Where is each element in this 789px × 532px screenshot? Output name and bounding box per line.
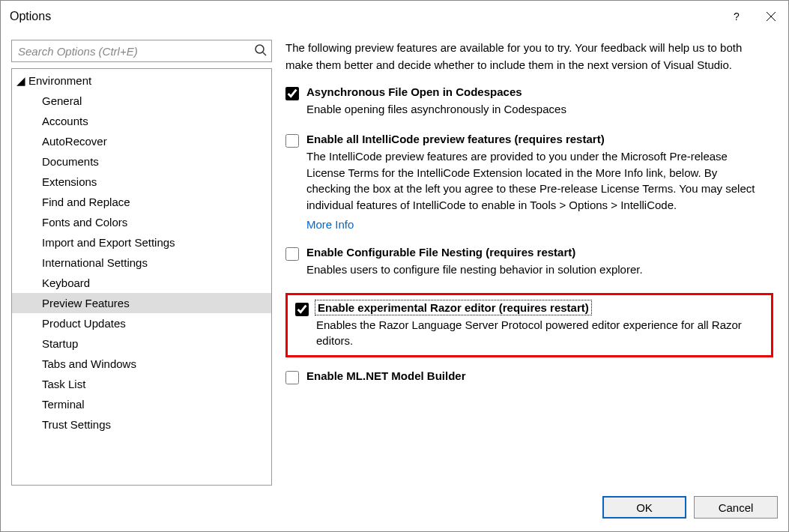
tree-parent-environment[interactable]: ◢Environment	[12, 70, 271, 91]
tree-item-fonts-and-colors[interactable]: Fonts and Colors	[12, 212, 271, 232]
tree-item-import-and-export-settings[interactable]: Import and Export Settings	[12, 232, 271, 253]
option-body: Asynchronous File Open in CodespacesEnab…	[306, 85, 764, 118]
option-checkbox[interactable]	[285, 247, 299, 261]
option-row: Enable ML.NET Model Builder	[285, 369, 773, 385]
option-description: The IntelliCode preview features are pro…	[306, 148, 764, 214]
intro-text: The following preview features are avail…	[285, 40, 778, 73]
option-row: Enable Configurable File Nesting (requir…	[285, 246, 773, 278]
option-description: Enables users to configure file nesting …	[306, 262, 764, 278]
option-description: Enable opening files asynchronously in C…	[306, 101, 764, 118]
option-body: Enable ML.NET Model Builder	[306, 369, 764, 385]
option-title: Enable experimental Razor editor (requir…	[316, 301, 590, 314]
search-input[interactable]	[11, 40, 272, 62]
option-checkbox[interactable]	[285, 134, 299, 148]
category-tree[interactable]: ◢EnvironmentGeneralAccountsAutoRecoverDo…	[12, 69, 271, 485]
search-wrap	[11, 40, 272, 62]
tree-item-terminal[interactable]: Terminal	[12, 394, 271, 414]
tree-item-autorecover[interactable]: AutoRecover	[12, 131, 271, 151]
tree-item-startup[interactable]: Startup	[12, 333, 271, 354]
option-body: Enable experimental Razor editor (requir…	[316, 301, 755, 350]
option-checkbox[interactable]	[295, 303, 309, 316]
more-info-link[interactable]: More Info	[306, 218, 354, 231]
tree-item-trust-settings[interactable]: Trust Settings	[12, 414, 271, 435]
tree-parent-label: Environment	[28, 74, 91, 87]
option-title: Asynchronous File Open in Codespaces	[306, 85, 764, 98]
close-icon	[766, 11, 776, 22]
tree-item-find-and-replace[interactable]: Find and Replace	[12, 192, 271, 212]
option-body: Enable Configurable File Nesting (requir…	[306, 246, 764, 278]
tree-item-task-list[interactable]: Task List	[12, 374, 271, 394]
svg-point-2	[256, 45, 264, 53]
options-list[interactable]: Asynchronous File Open in CodespacesEnab…	[285, 85, 778, 486]
tree-item-general[interactable]: General	[12, 91, 271, 111]
tree-wrap: ◢EnvironmentGeneralAccountsAutoRecoverDo…	[11, 68, 272, 486]
left-panel: ◢EnvironmentGeneralAccountsAutoRecoverDo…	[11, 40, 272, 486]
option-description: Enables the Razor Language Server Protoc…	[316, 317, 755, 350]
svg-line-3	[263, 52, 266, 55]
content-area: ◢EnvironmentGeneralAccountsAutoRecoverDo…	[1, 32, 788, 486]
option-checkbox[interactable]	[285, 371, 299, 384]
tree-item-accounts[interactable]: Accounts	[12, 111, 271, 131]
search-icon[interactable]	[254, 43, 267, 59]
caret-down-icon: ◢	[16, 74, 25, 88]
tree-item-keyboard[interactable]: Keyboard	[12, 273, 271, 293]
tree-item-preview-features[interactable]: Preview Features	[12, 293, 271, 313]
cancel-button[interactable]: Cancel	[694, 496, 778, 519]
option-row: Enable experimental Razor editor (requir…	[295, 301, 764, 350]
tree-item-extensions[interactable]: Extensions	[12, 172, 271, 192]
option-row: Enable all IntelliCode preview features …	[285, 133, 773, 231]
option-row: Asynchronous File Open in CodespacesEnab…	[285, 85, 773, 118]
highlighted-option: Enable experimental Razor editor (requir…	[285, 293, 773, 358]
tree-item-tabs-and-windows[interactable]: Tabs and Windows	[12, 354, 271, 374]
help-button[interactable]: ?	[719, 1, 754, 32]
titlebar: Options ?	[1, 1, 788, 32]
window-title: Options	[10, 10, 719, 23]
option-title: Enable all IntelliCode preview features …	[306, 133, 764, 145]
option-body: Enable all IntelliCode preview features …	[306, 133, 764, 231]
tree-item-documents[interactable]: Documents	[12, 151, 271, 172]
right-panel: The following preview features are avail…	[272, 40, 778, 486]
option-checkbox[interactable]	[285, 87, 299, 100]
dialog-footer: OK Cancel	[1, 486, 788, 528]
option-title: Enable Configurable File Nesting (requir…	[306, 246, 764, 259]
tree-item-international-settings[interactable]: International Settings	[12, 253, 271, 273]
option-title: Enable ML.NET Model Builder	[306, 369, 764, 382]
tree-item-product-updates[interactable]: Product Updates	[12, 313, 271, 333]
ok-button[interactable]: OK	[602, 496, 686, 519]
close-button[interactable]	[754, 1, 788, 32]
